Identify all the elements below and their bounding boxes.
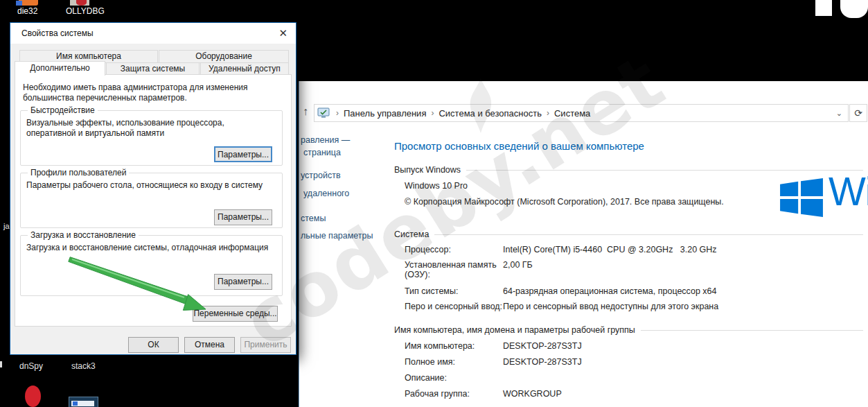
tab-advanced[interactable]: Дополнительно: [15, 61, 105, 76]
row-label: Установленная память (ОЗУ):: [405, 260, 498, 279]
sidebar-item-device-manager-fragment[interactable]: устройств: [301, 171, 341, 180]
stack3-window-icon-detail: [71, 401, 94, 406]
sidebar-item-protection-fragment[interactable]: стемы: [301, 214, 326, 223]
breadcrumb-control-panel[interactable]: Панель управления: [344, 108, 426, 119]
copyright-text: © Корпорация Майкрософт (Microsoft Corpo…: [405, 197, 724, 207]
row-value: Перо и сенсорный ввод недоступны для это…: [503, 302, 718, 311]
background-white-glyph: [815, 0, 832, 16]
admin-rights-note: Необходимо иметь права администратора дл…: [23, 83, 285, 103]
breadcrumb-system-security[interactable]: Система и безопасность: [439, 108, 542, 119]
desktop-icon-die32[interactable]: die32: [17, 6, 37, 16]
breadcrumb-system[interactable]: Система: [554, 108, 590, 119]
apply-button: Применить: [240, 337, 291, 353]
close-icon[interactable]: ✕: [278, 27, 287, 40]
group-user-profiles-desc: Параметры рабочего стола, относящиеся ко…: [26, 180, 272, 191]
row-value: DESKTOP-287S3TJ: [503, 341, 582, 351]
red-app-icon[interactable]: [25, 386, 41, 407]
row-value: Intel(R) Core(TM) i5-4460 CPU @ 3.20GHz …: [503, 245, 717, 254]
desktop-icon-fragment[interactable]: ja: [3, 222, 10, 230]
row-label: Имя компьютера:: [405, 341, 498, 351]
section-divider: [466, 170, 863, 171]
row-label: Полное имя:: [405, 357, 498, 367]
row-label: Рабочая группа:: [405, 389, 498, 399]
refresh-icon: ⟳: [854, 107, 862, 119]
dialog-titlebar[interactable]: Свойства системы ✕: [10, 23, 296, 44]
row-label: Процессор:: [405, 245, 498, 254]
environment-variables-button[interactable]: Переменные среды...: [193, 306, 278, 322]
row-label: Тип системы:: [405, 286, 498, 296]
windows-logo-text: Wi: [829, 168, 868, 214]
ok-button[interactable]: ОК: [128, 337, 179, 353]
startup-settings-button[interactable]: Параметры...: [214, 274, 272, 290]
die32-badge-icon: [16, 1, 22, 6]
group-user-profiles-title: Профили пользователей: [28, 168, 129, 177]
group-startup-recovery-title: Загрузка и восстановление: [28, 230, 139, 240]
section-computer-name-title: Имя компьютера, имя домена и параметры р…: [394, 325, 635, 335]
background-white-glyph-curve: [840, 0, 868, 18]
sidebar-item-advanced-fragment[interactable]: льные параметры: [301, 231, 373, 241]
desktop-icon-ollydbg[interactable]: OLLYDBG: [66, 6, 105, 16]
performance-settings-button[interactable]: Параметры...: [214, 146, 272, 162]
row-label: Описание:: [405, 373, 498, 383]
computer-icon: [317, 107, 330, 119]
system-properties-dialog: Свойства системы ✕ Имя компьютера Оборуд…: [10, 22, 296, 355]
system-window: ↑ › Панель управления › Система и безопа…: [299, 81, 868, 407]
sidebar-item-remote-fragment[interactable]: удаленного: [303, 189, 349, 198]
section-divider: [434, 234, 863, 235]
row-value: DESKTOP-287S3TJ: [503, 357, 582, 367]
desktop-icon-stack3[interactable]: stack3: [71, 361, 96, 371]
row-value: WORKGROUP: [503, 389, 562, 399]
ollydbg-icon-detail: [76, 0, 87, 6]
section-divider: [641, 330, 863, 331]
sidebar-item-home-fragment[interactable]: равления —: [301, 135, 350, 145]
desktop-icon-dnspy[interactable]: dnSpy: [19, 361, 43, 371]
stack3-window-icon-square: [73, 401, 78, 406]
section-edition-title: Выпуск Windows: [394, 165, 461, 175]
section-system-title: Система: [394, 230, 429, 239]
icon-label-fragment: [0, 361, 2, 367]
group-performance-title: Быстродействие: [28, 105, 98, 115]
refresh-button[interactable]: ⟳: [849, 104, 867, 122]
section-computer-name: Имя компьютера, имя домена и параметры р…: [394, 325, 863, 335]
section-system: Система: [394, 230, 863, 239]
breadcrumb-separator-icon: ›: [426, 108, 439, 118]
address-dropdown-icon[interactable]: ⌄: [836, 109, 848, 118]
breadcrumb-separator-icon: ›: [542, 108, 554, 118]
page-title: Просмотр основных сведений о вашем компь…: [394, 140, 644, 152]
windows-edition: Windows 10 Pro: [405, 181, 468, 191]
nav-up-icon[interactable]: ↑: [303, 106, 308, 117]
section-edition: Выпуск Windows: [394, 165, 863, 175]
sidebar-item-home-fragment2[interactable]: страница: [303, 148, 341, 157]
cancel-button[interactable]: Отмена: [184, 337, 235, 353]
group-startup-recovery-desc: Загрузка и восстановление системы, отлад…: [26, 243, 272, 253]
row-value: 2,00 ГБ: [503, 260, 533, 270]
row-label: Перо и сенсорный ввод:: [405, 302, 503, 311]
profiles-settings-button[interactable]: Параметры...: [214, 209, 272, 225]
dialog-title: Свойства системы: [21, 28, 94, 38]
group-performance-desc: Визуальные эффекты, использование процес…: [26, 118, 272, 139]
windows-logo-icon: [780, 177, 823, 218]
address-bar[interactable]: › Панель управления › Система и безопасн…: [314, 104, 849, 122]
tab-hardware[interactable]: Оборудование: [159, 50, 289, 63]
breadcrumb-separator-icon: ›: [331, 108, 344, 118]
desktop: die32 OLLYDBG ja dnSpy stack3 ↑ › Панель…: [0, 0, 868, 407]
row-value: 64-разрядная операционная система, проце…: [503, 286, 717, 296]
stack3-window-icon[interactable]: [69, 397, 98, 407]
